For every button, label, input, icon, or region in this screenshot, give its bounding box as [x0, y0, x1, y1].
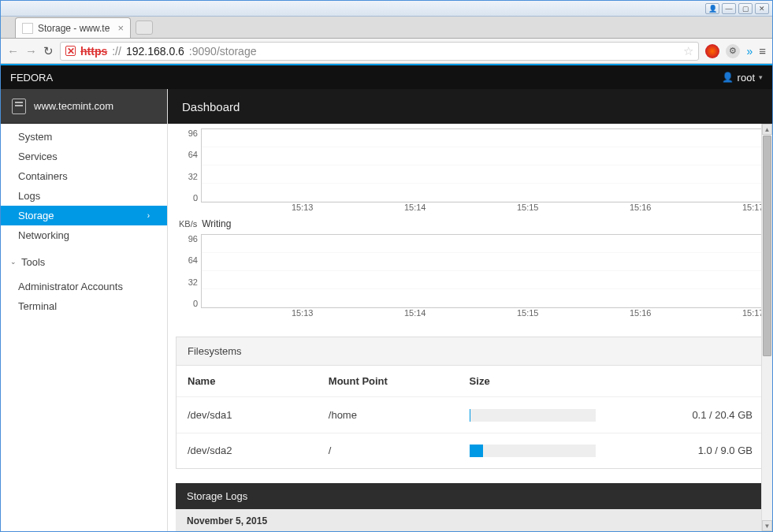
url-input[interactable]: ✕ https ://192.168.0.6:9090/storage ☆ — [60, 42, 699, 61]
tab-title: Storage - www.te — [38, 23, 110, 34]
sidebar-group-tools[interactable]: ⌄ Tools — [1, 251, 167, 272]
filesystems-table: Name Mount Point Size /dev/sda1 /home — [177, 366, 764, 468]
user-name: root — [738, 72, 755, 84]
writing-chart: 96 64 32 0 — [176, 234, 764, 308]
sidebar-group-label: Tools — [21, 256, 45, 268]
chart-plot-area — [201, 128, 764, 203]
nav-list-tools: Administrator Accounts Terminal — [1, 272, 167, 316]
y-tick: 32 — [188, 172, 198, 181]
insecure-warning-icon: ✕ — [65, 46, 76, 56]
column-name: Name — [177, 366, 318, 397]
sidebar-item-label: Storage — [18, 210, 54, 221]
host-icon — [12, 99, 26, 114]
user-icon: 👤 — [722, 72, 734, 83]
chevron-right-icon: › — [147, 211, 150, 220]
y-tick: 64 — [188, 255, 198, 265]
scroll-thumb[interactable] — [763, 136, 771, 356]
column-size: Size — [459, 366, 635, 397]
app-topbar: FEDORA 👤 root ▾ — [1, 65, 772, 89]
y-tick: 96 — [188, 128, 198, 138]
storage-logs-header: Storage Logs — [176, 483, 764, 509]
brand-label: FEDORA — [10, 72, 53, 84]
x-tick: 15:14 — [404, 308, 426, 318]
fs-name: /dev/sda1 — [177, 397, 318, 433]
browser-tabstrip: Storage - www.te × — [1, 17, 772, 39]
sidebar-item-label: Administrator Accounts — [18, 281, 123, 292]
sidebar-item-admin-accounts[interactable]: Administrator Accounts — [1, 277, 167, 296]
content-scrollbar[interactable]: ▲ ▼ — [761, 124, 772, 531]
nav-list: System Services Containers Logs Storage›… — [1, 124, 167, 245]
sidebar-item-label: Terminal — [18, 300, 57, 312]
reload-button[interactable]: ↻ — [43, 44, 54, 58]
page-title: Dashboard — [182, 100, 240, 113]
x-tick: 15:15 — [517, 308, 539, 318]
chart-unit-row: KB/s Writing — [179, 218, 764, 229]
table-row[interactable]: /dev/sda1 /home 0.1 / 20.4 GB — [177, 397, 764, 433]
chart-plot-area — [201, 234, 764, 308]
y-tick: 96 — [188, 234, 198, 244]
x-axis: 15:13 15:14 15:15 15:16 15:17 — [201, 308, 764, 322]
chart-unit: KB/s — [179, 219, 197, 229]
main-panel: Dashboard 96 64 32 0 — [168, 89, 772, 531]
extension-icon-2[interactable]: ⚙ — [726, 44, 740, 58]
chrome-menu-button[interactable]: ≡ — [759, 44, 766, 58]
new-tab-button[interactable] — [136, 20, 153, 35]
x-axis: 15:13 15:14 15:15 15:16 15:17 — [201, 203, 764, 217]
y-tick: 64 — [188, 150, 198, 159]
fs-mount: /home — [318, 397, 459, 433]
user-menu[interactable]: 👤 root ▾ — [722, 72, 763, 84]
browser-tab[interactable]: Storage - www.te × — [15, 17, 131, 38]
tab-close-icon[interactable]: × — [117, 22, 124, 34]
x-tick: 15:16 — [630, 203, 652, 212]
chevron-down-icon: ⌄ — [10, 258, 17, 266]
forward-button[interactable]: → — [25, 44, 37, 58]
sidebar-item-storage[interactable]: Storage› — [1, 206, 167, 225]
url-scheme: https — [80, 45, 107, 58]
extension-icon-1[interactable] — [705, 44, 719, 58]
fs-size: 0.1 / 20.4 GB — [634, 397, 764, 433]
reading-chart: 96 64 32 0 — [176, 128, 764, 203]
x-tick: 15:13 — [292, 203, 314, 212]
column-mount: Mount Point — [318, 366, 459, 397]
bookmark-star-icon[interactable]: ☆ — [683, 44, 693, 58]
sidebar-item-label: System — [18, 131, 52, 143]
sidebar-item-label: Containers — [18, 170, 68, 182]
main-content: 96 64 32 0 15:13 15:14 15:15 15:16 15:17 — [168, 124, 772, 531]
minimize-button[interactable]: — — [722, 3, 736, 14]
scroll-up-icon[interactable]: ▲ — [762, 124, 772, 135]
sidebar-item-label: Services — [18, 151, 58, 162]
y-axis: 96 64 32 0 — [176, 128, 201, 203]
x-tick: 15:13 — [292, 308, 314, 318]
scroll-down-icon[interactable]: ▼ — [762, 520, 772, 531]
filesystems-panel: Filesystems Name Mount Point Size — [176, 337, 764, 469]
y-tick: 0 — [193, 299, 198, 308]
y-tick: 32 — [188, 277, 198, 287]
browser-toolbar: ← → ↻ ✕ https ://192.168.0.6:9090/storag… — [1, 39, 772, 64]
table-row[interactable]: /dev/sda2 / 1.0 / 9.0 GB — [177, 433, 764, 468]
sidebar-item-containers[interactable]: Containers — [1, 166, 167, 186]
sidebar-item-terminal[interactable]: Terminal — [1, 296, 167, 316]
url-path: :9090/storage — [189, 45, 257, 58]
y-axis: 96 64 32 0 — [176, 234, 201, 308]
y-tick: 0 — [193, 193, 198, 203]
x-tick: 15:15 — [517, 203, 539, 212]
filesystems-header: Filesystems — [177, 337, 764, 366]
sidebar-item-system[interactable]: System — [1, 127, 167, 147]
sidebar-item-services[interactable]: Services — [1, 147, 167, 166]
chrome-overflow-icon[interactable]: » — [746, 45, 753, 58]
sidebar-item-logs[interactable]: Logs — [1, 186, 167, 206]
user-icon-button[interactable]: 👤 — [705, 3, 719, 14]
x-tick: 15:14 — [404, 203, 426, 212]
sidebar-item-networking[interactable]: Networking — [1, 225, 167, 245]
browser-window: 👤 — ▢ ✕ Storage - www.te × ← → ↻ ✕ https… — [0, 0, 773, 532]
host-selector[interactable]: www.tecmint.com — [1, 89, 167, 124]
back-button[interactable]: ← — [7, 44, 19, 58]
close-window-button[interactable]: ✕ — [755, 3, 769, 14]
fs-size: 1.0 / 9.0 GB — [634, 433, 764, 468]
page-favicon-icon — [22, 23, 33, 34]
sidebar-item-label: Networking — [18, 229, 69, 241]
url-host: 192.168.0.6 — [126, 45, 184, 58]
table-header-row: Name Mount Point Size — [177, 366, 764, 397]
host-label: www.tecmint.com — [34, 100, 113, 112]
maximize-button[interactable]: ▢ — [738, 3, 753, 14]
